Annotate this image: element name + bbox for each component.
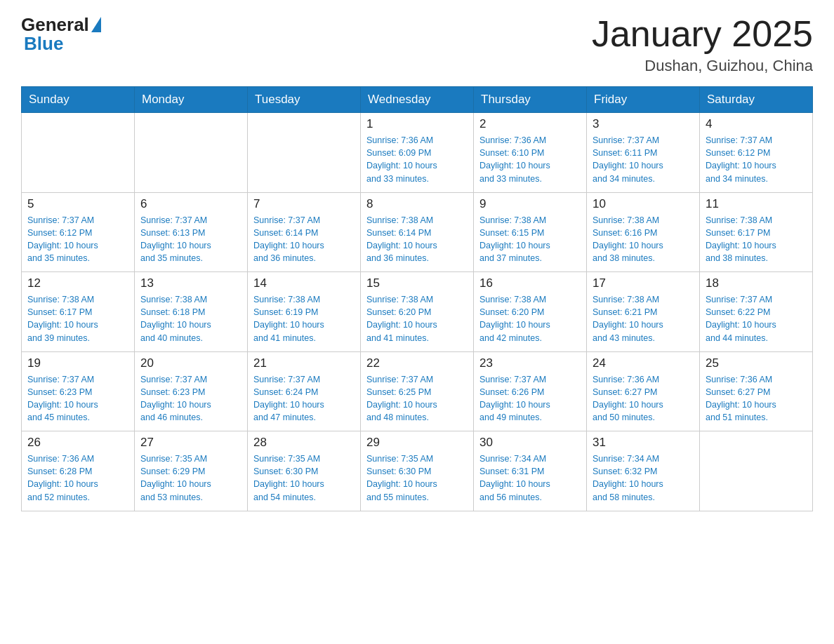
day-info: Sunrise: 7:35 AM Sunset: 6:30 PM Dayligh… bbox=[366, 452, 468, 504]
calendar-week-5: 26Sunrise: 7:36 AM Sunset: 6:28 PM Dayli… bbox=[22, 431, 813, 511]
calendar-cell: 20Sunrise: 7:37 AM Sunset: 6:23 PM Dayli… bbox=[135, 351, 248, 431]
calendar-week-3: 12Sunrise: 7:38 AM Sunset: 6:17 PM Dayli… bbox=[22, 272, 813, 352]
day-number: 2 bbox=[479, 117, 581, 131]
calendar-title: January 2025 bbox=[592, 14, 813, 54]
day-info: Sunrise: 7:38 AM Sunset: 6:21 PM Dayligh… bbox=[593, 293, 694, 344]
calendar-cell: 2Sunrise: 7:36 AM Sunset: 6:10 PM Daylig… bbox=[474, 113, 587, 193]
day-number: 25 bbox=[706, 356, 807, 370]
day-info: Sunrise: 7:38 AM Sunset: 6:20 PM Dayligh… bbox=[479, 293, 581, 344]
day-info: Sunrise: 7:37 AM Sunset: 6:23 PM Dayligh… bbox=[27, 373, 128, 424]
title-section: January 2025 Dushan, Guizhou, China bbox=[592, 14, 813, 75]
day-info: Sunrise: 7:37 AM Sunset: 6:23 PM Dayligh… bbox=[140, 373, 241, 424]
calendar-cell: 18Sunrise: 7:37 AM Sunset: 6:22 PM Dayli… bbox=[700, 272, 813, 352]
day-number: 23 bbox=[479, 356, 581, 370]
day-info: Sunrise: 7:36 AM Sunset: 6:27 PM Dayligh… bbox=[706, 373, 807, 424]
day-info: Sunrise: 7:37 AM Sunset: 6:25 PM Dayligh… bbox=[366, 373, 468, 424]
calendar-cell: 9Sunrise: 7:38 AM Sunset: 6:15 PM Daylig… bbox=[474, 192, 587, 272]
day-info: Sunrise: 7:38 AM Sunset: 6:16 PM Dayligh… bbox=[593, 214, 694, 265]
calendar-cell bbox=[135, 113, 248, 193]
calendar-cell bbox=[22, 113, 135, 193]
calendar-cell: 26Sunrise: 7:36 AM Sunset: 6:28 PM Dayli… bbox=[22, 431, 135, 511]
calendar-cell: 12Sunrise: 7:38 AM Sunset: 6:17 PM Dayli… bbox=[22, 272, 135, 352]
logo: General Blue bbox=[21, 14, 101, 55]
day-number: 27 bbox=[140, 436, 241, 450]
column-header-sunday: Sunday bbox=[22, 87, 135, 113]
day-number: 21 bbox=[253, 356, 355, 370]
day-info: Sunrise: 7:38 AM Sunset: 6:20 PM Dayligh… bbox=[366, 293, 468, 344]
calendar-cell: 11Sunrise: 7:38 AM Sunset: 6:17 PM Dayli… bbox=[700, 192, 813, 272]
day-number: 13 bbox=[140, 276, 241, 290]
day-info: Sunrise: 7:37 AM Sunset: 6:24 PM Dayligh… bbox=[253, 373, 355, 424]
calendar-header-row: SundayMondayTuesdayWednesdayThursdayFrid… bbox=[22, 87, 813, 113]
calendar-cell: 3Sunrise: 7:37 AM Sunset: 6:11 PM Daylig… bbox=[587, 113, 700, 193]
day-number: 11 bbox=[706, 197, 807, 211]
calendar-cell: 14Sunrise: 7:38 AM Sunset: 6:19 PM Dayli… bbox=[248, 272, 361, 352]
day-info: Sunrise: 7:37 AM Sunset: 6:12 PM Dayligh… bbox=[27, 214, 128, 265]
calendar-cell: 16Sunrise: 7:38 AM Sunset: 6:20 PM Dayli… bbox=[474, 272, 587, 352]
day-info: Sunrise: 7:38 AM Sunset: 6:19 PM Dayligh… bbox=[253, 293, 355, 344]
column-header-thursday: Thursday bbox=[474, 87, 587, 113]
day-info: Sunrise: 7:38 AM Sunset: 6:17 PM Dayligh… bbox=[706, 214, 807, 265]
day-number: 3 bbox=[593, 117, 694, 131]
calendar-cell: 15Sunrise: 7:38 AM Sunset: 6:20 PM Dayli… bbox=[361, 272, 474, 352]
day-number: 14 bbox=[253, 276, 355, 290]
calendar-cell: 6Sunrise: 7:37 AM Sunset: 6:13 PM Daylig… bbox=[135, 192, 248, 272]
calendar-cell: 22Sunrise: 7:37 AM Sunset: 6:25 PM Dayli… bbox=[361, 351, 474, 431]
day-number: 16 bbox=[479, 276, 581, 290]
calendar-subtitle: Dushan, Guizhou, China bbox=[592, 57, 813, 75]
calendar-week-1: 1Sunrise: 7:36 AM Sunset: 6:09 PM Daylig… bbox=[22, 113, 813, 193]
day-info: Sunrise: 7:37 AM Sunset: 6:13 PM Dayligh… bbox=[140, 214, 241, 265]
calendar-table: SundayMondayTuesdayWednesdayThursdayFrid… bbox=[21, 86, 813, 511]
day-info: Sunrise: 7:38 AM Sunset: 6:15 PM Dayligh… bbox=[479, 214, 581, 265]
calendar-cell: 4Sunrise: 7:37 AM Sunset: 6:12 PM Daylig… bbox=[700, 113, 813, 193]
calendar-cell: 13Sunrise: 7:38 AM Sunset: 6:18 PM Dayli… bbox=[135, 272, 248, 352]
day-number: 30 bbox=[479, 436, 581, 450]
day-number: 19 bbox=[27, 356, 128, 370]
day-info: Sunrise: 7:36 AM Sunset: 6:09 PM Dayligh… bbox=[366, 134, 468, 185]
column-header-wednesday: Wednesday bbox=[361, 87, 474, 113]
day-number: 5 bbox=[27, 197, 128, 211]
day-info: Sunrise: 7:34 AM Sunset: 6:32 PM Dayligh… bbox=[593, 452, 694, 504]
day-number: 20 bbox=[140, 356, 241, 370]
calendar-cell: 17Sunrise: 7:38 AM Sunset: 6:21 PM Dayli… bbox=[587, 272, 700, 352]
day-info: Sunrise: 7:37 AM Sunset: 6:14 PM Dayligh… bbox=[253, 214, 355, 265]
day-number: 7 bbox=[253, 197, 355, 211]
day-info: Sunrise: 7:37 AM Sunset: 6:22 PM Dayligh… bbox=[706, 293, 807, 344]
calendar-cell: 7Sunrise: 7:37 AM Sunset: 6:14 PM Daylig… bbox=[248, 192, 361, 272]
calendar-cell: 8Sunrise: 7:38 AM Sunset: 6:14 PM Daylig… bbox=[361, 192, 474, 272]
column-header-monday: Monday bbox=[135, 87, 248, 113]
page-header: General Blue January 2025 Dushan, Guizho… bbox=[21, 14, 813, 75]
day-number: 18 bbox=[706, 276, 807, 290]
calendar-cell: 21Sunrise: 7:37 AM Sunset: 6:24 PM Dayli… bbox=[248, 351, 361, 431]
calendar-week-2: 5Sunrise: 7:37 AM Sunset: 6:12 PM Daylig… bbox=[22, 192, 813, 272]
calendar-cell: 24Sunrise: 7:36 AM Sunset: 6:27 PM Dayli… bbox=[587, 351, 700, 431]
day-info: Sunrise: 7:36 AM Sunset: 6:28 PM Dayligh… bbox=[27, 452, 128, 504]
day-number: 1 bbox=[366, 117, 468, 131]
day-info: Sunrise: 7:35 AM Sunset: 6:30 PM Dayligh… bbox=[253, 452, 355, 504]
column-header-tuesday: Tuesday bbox=[248, 87, 361, 113]
day-number: 4 bbox=[706, 117, 807, 131]
day-number: 17 bbox=[593, 276, 694, 290]
logo-blue-text: Blue bbox=[24, 33, 63, 55]
day-info: Sunrise: 7:38 AM Sunset: 6:17 PM Dayligh… bbox=[27, 293, 128, 344]
day-info: Sunrise: 7:35 AM Sunset: 6:29 PM Dayligh… bbox=[140, 452, 241, 504]
calendar-cell: 30Sunrise: 7:34 AM Sunset: 6:31 PM Dayli… bbox=[474, 431, 587, 511]
calendar-cell: 10Sunrise: 7:38 AM Sunset: 6:16 PM Dayli… bbox=[587, 192, 700, 272]
day-number: 28 bbox=[253, 436, 355, 450]
day-number: 31 bbox=[593, 436, 694, 450]
day-number: 8 bbox=[366, 197, 468, 211]
day-number: 29 bbox=[366, 436, 468, 450]
calendar-cell: 29Sunrise: 7:35 AM Sunset: 6:30 PM Dayli… bbox=[361, 431, 474, 511]
calendar-cell bbox=[248, 113, 361, 193]
calendar-cell: 19Sunrise: 7:37 AM Sunset: 6:23 PM Dayli… bbox=[22, 351, 135, 431]
day-info: Sunrise: 7:37 AM Sunset: 6:26 PM Dayligh… bbox=[479, 373, 581, 424]
calendar-cell: 27Sunrise: 7:35 AM Sunset: 6:29 PM Dayli… bbox=[135, 431, 248, 511]
day-info: Sunrise: 7:34 AM Sunset: 6:31 PM Dayligh… bbox=[479, 452, 581, 504]
logo-triangle-icon bbox=[91, 17, 101, 32]
day-number: 22 bbox=[366, 356, 468, 370]
calendar-cell: 25Sunrise: 7:36 AM Sunset: 6:27 PM Dayli… bbox=[700, 351, 813, 431]
calendar-cell: 23Sunrise: 7:37 AM Sunset: 6:26 PM Dayli… bbox=[474, 351, 587, 431]
day-info: Sunrise: 7:36 AM Sunset: 6:27 PM Dayligh… bbox=[593, 373, 694, 424]
column-header-saturday: Saturday bbox=[700, 87, 813, 113]
day-number: 15 bbox=[366, 276, 468, 290]
